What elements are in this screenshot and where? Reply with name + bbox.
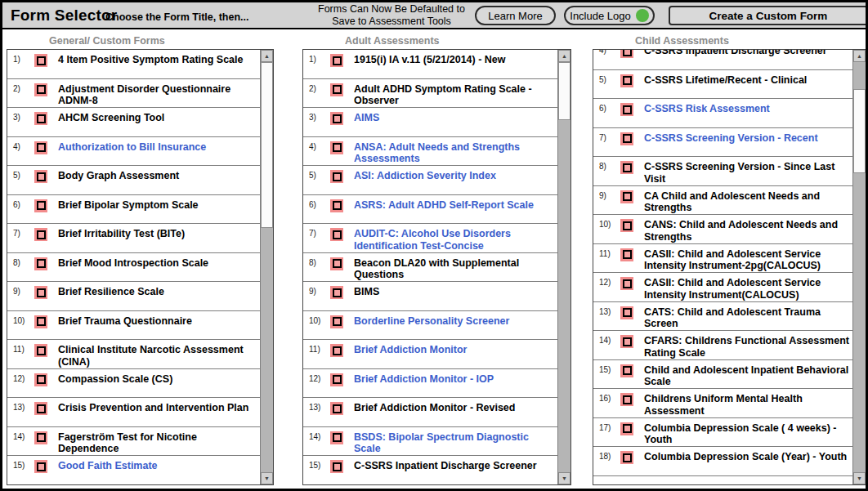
list-item[interactable]: 6) Brief Bipolar Symptom Scale — [7, 195, 260, 225]
form-checkbox-icon[interactable] — [330, 286, 343, 299]
form-checkbox-icon[interactable] — [330, 373, 343, 386]
list-item[interactable]: 11) Clinical Institute Narcotic Assessme… — [7, 340, 260, 369]
list-item[interactable]: 7) AUDIT-C: Alcohol Use Disorders Identi… — [303, 224, 557, 253]
form-checkbox-icon[interactable] — [34, 431, 47, 444]
form-checkbox-icon[interactable] — [330, 344, 343, 357]
form-checkbox-icon[interactable] — [34, 170, 47, 183]
list-item[interactable]: 4) C-SSRS Inpatient Discharge Screener — [593, 50, 852, 70]
scrollbar[interactable]: ▲ ▼ — [557, 50, 570, 484]
form-checkbox-icon[interactable] — [620, 364, 633, 377]
form-checkbox-icon[interactable] — [34, 373, 47, 386]
list-item[interactable]: 8) C-SSRS Screening Version - Since Last… — [593, 157, 852, 186]
list-item[interactable]: 10) CANS: Child and Adolescent Needs and… — [593, 215, 852, 244]
list-item[interactable]: 15) Child and Adolescent Inpatient Behav… — [593, 360, 852, 390]
list-item[interactable]: 15) C-SSRS Inpatient Discharge Screener — [303, 456, 557, 484]
learn-more-button[interactable]: Learn More — [475, 6, 556, 25]
list-item[interactable]: 14) Fagerström Test for Nicotine Depende… — [7, 427, 260, 457]
list-item[interactable]: 13) CATS: Child and Adolescent Trauma Sc… — [593, 302, 852, 332]
form-checkbox-icon[interactable] — [330, 141, 343, 154]
form-checkbox-icon[interactable] — [620, 335, 633, 348]
list-item[interactable]: 6) ASRS: Adult ADHD Self-Report Scale — [303, 195, 557, 225]
list-item[interactable]: 18) Columbia Depression Scale (Year) - Y… — [593, 447, 852, 476]
list-item[interactable]: 3) AIMS — [303, 108, 557, 137]
list-item[interactable]: 2) Adjustment Disorder Questionnaire ADN… — [7, 79, 260, 109]
form-checkbox-icon[interactable] — [330, 257, 343, 270]
scrollbar-thumb[interactable] — [261, 62, 273, 228]
list-item[interactable]: 9) BIMS — [303, 282, 557, 311]
list-item[interactable]: 13) Brief Addiction Monitor - Revised — [303, 398, 557, 427]
list-item[interactable]: 16) Childrens Uniform Mental Health Asse… — [593, 389, 852, 418]
form-checkbox-icon[interactable] — [330, 199, 343, 212]
form-checkbox-icon[interactable] — [330, 54, 343, 67]
list-item[interactable]: 7) C-SSRS Screening Version - Recent — [593, 128, 852, 158]
scroll-down-button[interactable]: ▼ — [558, 472, 570, 484]
list-item[interactable]: 2) Adult ADHD Symptom Rating Scale - Obs… — [303, 79, 557, 109]
list-item[interactable]: 12) Brief Addiction Monitor - IOP — [303, 369, 557, 399]
list-item[interactable]: 8) Brief Mood Introspection Scale — [7, 253, 260, 283]
scrollbar[interactable]: ▲ ▼ — [852, 50, 866, 484]
form-checkbox-icon[interactable] — [34, 141, 47, 154]
list-item[interactable]: 1) 1915(i) IA v.11 (5/21/2014) - New — [303, 50, 557, 79]
scrollbar[interactable]: ▲ ▼ — [260, 50, 273, 484]
form-checkbox-icon[interactable] — [620, 190, 633, 203]
scroll-up-button[interactable]: ▲ — [558, 50, 570, 62]
list-item[interactable]: 11) CASII: Child and Adolescent Service … — [593, 244, 852, 274]
form-checkbox-icon[interactable] — [620, 422, 633, 435]
form-checkbox-icon[interactable] — [34, 54, 47, 67]
list-item[interactable]: 5) Body Graph Assessment — [7, 166, 260, 195]
list-item[interactable]: 8) Beacon DLA20 with Supplemental Questi… — [303, 253, 557, 283]
list-item[interactable]: 10) Borderline Personality Screener — [303, 311, 557, 341]
list-item[interactable]: 3) AHCM Screening Tool — [7, 108, 260, 137]
list-item[interactable]: 12) Compassion Scale (CS) — [7, 369, 260, 399]
create-custom-form-button[interactable]: Create a Custom Form — [669, 6, 868, 25]
list-item[interactable]: 4) Authorization to Bill Insurance — [7, 137, 260, 167]
scroll-down-button[interactable]: ▼ — [853, 472, 866, 484]
list-item[interactable]: 1) 4 Item Positive Symptom Rating Scale — [7, 50, 260, 79]
form-checkbox-icon[interactable] — [620, 248, 633, 261]
form-checkbox-icon[interactable] — [34, 286, 47, 299]
list-item[interactable]: 9) CA Child and Adolescent Needs and Str… — [593, 186, 852, 216]
scrollbar-track[interactable] — [261, 62, 273, 472]
scrollbar-track[interactable] — [853, 62, 866, 472]
form-checkbox-icon[interactable] — [34, 315, 47, 328]
form-checkbox-icon[interactable] — [620, 451, 633, 464]
form-checkbox-icon[interactable] — [330, 431, 343, 444]
list-item[interactable]: 6) C-SSRS Risk Assessment — [593, 99, 852, 128]
include-logo-button[interactable]: Include Logo — [564, 6, 655, 25]
scrollbar-thumb[interactable] — [558, 62, 570, 120]
form-checkbox-icon[interactable] — [34, 257, 47, 270]
list-item[interactable]: 17) Columbia Depression Scale ( 4 weeks)… — [593, 418, 852, 448]
scrollbar-track[interactable] — [558, 62, 570, 472]
list-item[interactable]: 12) CASII: Child and Adolescent Service … — [593, 273, 852, 302]
list-item[interactable]: 15) Good Faith Estimate — [7, 456, 260, 484]
list-item[interactable]: 14) BSDS: Bipolar Spectrum Diagnostic Sc… — [303, 427, 557, 457]
form-checkbox-icon[interactable] — [620, 219, 633, 232]
scroll-up-button[interactable]: ▲ — [853, 50, 866, 62]
list-item[interactable]: 7) Brief Irritability Test (BITe) — [7, 224, 260, 253]
form-checkbox-icon[interactable] — [620, 132, 633, 145]
form-checkbox-icon[interactable] — [620, 50, 633, 58]
form-checkbox-icon[interactable] — [620, 277, 633, 290]
form-checkbox-icon[interactable] — [330, 402, 343, 415]
scrollbar-thumb[interactable] — [853, 89, 866, 173]
form-checkbox-icon[interactable] — [330, 228, 343, 241]
list-item[interactable]: 5) ASI: Addiction Severity Index — [303, 166, 557, 195]
form-checkbox-icon[interactable] — [34, 344, 47, 357]
scroll-up-button[interactable]: ▲ — [261, 50, 273, 62]
form-checkbox-icon[interactable] — [34, 83, 47, 96]
form-checkbox-icon[interactable] — [34, 402, 47, 415]
list-item[interactable]: 10) Brief Trauma Questionnaire — [7, 311, 260, 341]
form-checkbox-icon[interactable] — [330, 460, 343, 473]
form-checkbox-icon[interactable] — [34, 228, 47, 241]
list-item[interactable]: 14) CFARS: Childrens Functional Assessme… — [593, 331, 852, 360]
form-checkbox-icon[interactable] — [34, 199, 47, 212]
form-checkbox-icon[interactable] — [34, 112, 47, 125]
form-checkbox-icon[interactable] — [620, 306, 633, 319]
scroll-down-button[interactable]: ▼ — [261, 472, 273, 484]
form-checkbox-icon[interactable] — [330, 315, 343, 328]
form-checkbox-icon[interactable] — [620, 74, 633, 87]
form-checkbox-icon[interactable] — [620, 393, 633, 406]
form-checkbox-icon[interactable] — [330, 83, 343, 96]
form-checkbox-icon[interactable] — [330, 170, 343, 183]
list-item[interactable]: 4) ANSA: Adult Needs and Strengths Asses… — [303, 137, 557, 167]
